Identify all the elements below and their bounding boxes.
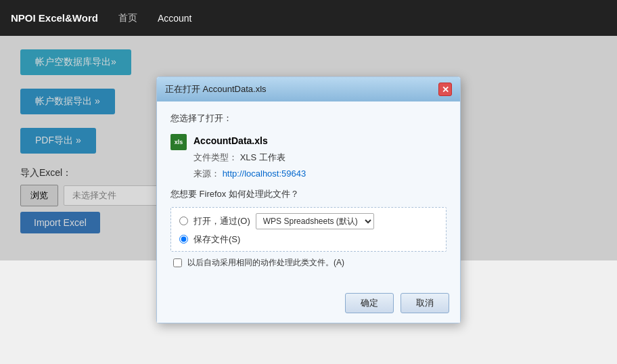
auto-action-label[interactable]: 以后自动采用相同的动作处理此类文件。(A)	[187, 257, 344, 269]
navbar: NPOI Excel&Word 首页 Account	[0, 0, 617, 36]
dialog-footer: 确定 取消	[157, 288, 460, 323]
radio-save-row: 保存文件(S)	[179, 233, 438, 246]
radio-save[interactable]	[179, 235, 188, 244]
dialog-title: 正在打开 AccountData.xls	[165, 83, 267, 95]
auto-action-checkbox[interactable]	[173, 258, 182, 267]
radio-open-row: 打开，通过(O) WPS Spreadsheets (默认)	[179, 213, 438, 229]
app-dropdown[interactable]: WPS Spreadsheets (默认)	[256, 213, 374, 229]
dialog-overlay: 正在打开 AccountData.xls ✕ 您选择了打开： xls Accou…	[0, 36, 617, 260]
file-name: AccountData.xls	[193, 133, 306, 150]
file-info-row: xls AccountData.xls 文件类型： XLS 工作表 来源： ht…	[170, 133, 447, 181]
file-details: AccountData.xls 文件类型： XLS 工作表 来源： http:/…	[193, 133, 306, 181]
file-source-link[interactable]: http://localhost:59643	[223, 168, 306, 179]
main-content: 帐户空数据库导出» 帐户数据导出 » PDF导出 » 导入Excel： 浏览 未…	[0, 36, 617, 260]
dialog-body: 您选择了打开： xls AccountData.xls 文件类型： XLS 工作…	[157, 101, 460, 288]
file-type-value: XLS 工作表	[240, 152, 285, 162]
file-type-label: 文件类型：	[193, 152, 237, 162]
dialog-titlebar: 正在打开 AccountData.xls ✕	[157, 77, 460, 101]
dialog-intro: 您选择了打开：	[170, 112, 447, 124]
file-source-row: 来源： http://localhost:59643	[193, 166, 306, 181]
navbar-link-account[interactable]: Account	[158, 13, 192, 24]
dialog-question: 您想要 Firefox 如何处理此文件？	[170, 188, 447, 200]
radio-save-label[interactable]: 保存文件(S)	[193, 233, 240, 246]
navbar-brand: NPOI Excel&Word	[11, 12, 98, 24]
dialog-cancel-button[interactable]: 取消	[401, 293, 449, 313]
radio-open[interactable]	[179, 217, 188, 225]
radio-open-label[interactable]: 打开，通过(O)	[193, 215, 250, 227]
checkbox-row: 以后自动采用相同的动作处理此类文件。(A)	[173, 257, 447, 269]
file-type-row: 文件类型： XLS 工作表	[193, 150, 306, 165]
dialog-ok-button[interactable]: 确定	[345, 293, 394, 313]
file-source-label: 来源：	[193, 168, 220, 179]
dialog-close-button[interactable]: ✕	[438, 83, 452, 96]
radio-section: 打开，通过(O) WPS Spreadsheets (默认) 保存文件(S)	[170, 207, 447, 252]
open-file-dialog: 正在打开 AccountData.xls ✕ 您选择了打开： xls Accou…	[156, 76, 461, 323]
xls-icon: xls	[170, 134, 187, 150]
navbar-link-home[interactable]: 首页	[118, 12, 137, 24]
